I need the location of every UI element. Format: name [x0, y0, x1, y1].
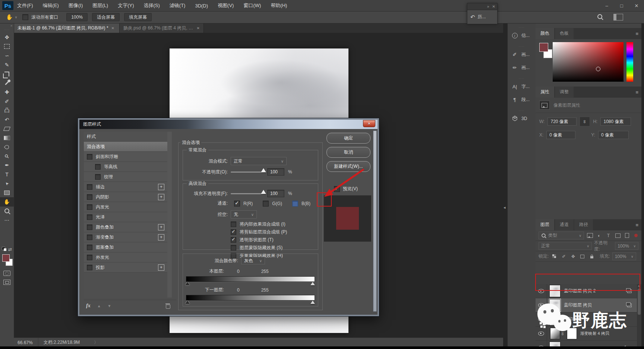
- knockout-dropdown[interactable]: 无 ∨: [231, 210, 257, 218]
- layer-thumbnail[interactable]: [549, 285, 561, 297]
- menu-item[interactable]: 图像(I): [69, 2, 83, 9]
- plus-icon[interactable]: +: [158, 184, 164, 190]
- channel-g-checkbox[interactable]: [263, 201, 269, 207]
- style-row-drop-shadow[interactable]: 投影+: [84, 262, 167, 273]
- option-checkbox[interactable]: [231, 245, 236, 251]
- layer-row[interactable]: 盖印图层 拷贝 2: [536, 284, 637, 298]
- foreground-color-swatch[interactable]: [2, 254, 10, 262]
- style-checkbox[interactable]: [87, 214, 92, 220]
- shape-tool[interactable]: [0, 188, 14, 198]
- menu-item[interactable]: 编辑(E): [43, 2, 59, 9]
- opacity-field[interactable]: 100: [267, 168, 284, 176]
- panel-menu-icon[interactable]: ≡: [635, 31, 638, 37]
- hand-tool[interactable]: ✋: [0, 197, 14, 207]
- panel-menu-icon[interactable]: ≡: [635, 222, 638, 228]
- pen-tool[interactable]: ✒: [0, 161, 14, 170]
- option-blend-interior[interactable]: 将内部效果混合成组 (I): [231, 220, 287, 228]
- menu-item[interactable]: 视图(V): [218, 2, 234, 9]
- style-row-blending-options[interactable]: 混合选项+: [84, 142, 167, 152]
- gradient-stop-left[interactable]: [185, 282, 190, 285]
- style-checkbox[interactable]: [87, 255, 92, 260]
- layer-name[interactable]: 盖印图层 拷贝 2: [564, 288, 596, 294]
- search-icon[interactable]: [597, 14, 602, 20]
- panel-icon-brush-presets[interactable]: ✏画...: [508, 61, 536, 74]
- color-cursor[interactable]: [596, 67, 600, 71]
- dodge-tool[interactable]: ⚲: [0, 152, 14, 161]
- gradient-stop-left[interactable]: [185, 301, 190, 304]
- move-style-up-icon[interactable]: ▲: [97, 304, 101, 308]
- collapse-toolbar-icon[interactable]: »: [10, 24, 12, 28]
- option-blend-clipped[interactable]: 将剪贴图层混合成组 (P): [231, 228, 287, 236]
- next-layer-gradient[interactable]: [186, 295, 315, 301]
- style-row-stroke[interactable]: 描边+: [84, 182, 167, 192]
- gradient-tool[interactable]: [0, 133, 14, 143]
- menu-item[interactable]: 图层(L): [92, 2, 108, 9]
- plus-icon[interactable]: +: [158, 194, 164, 200]
- style-checkbox[interactable]: [87, 224, 92, 230]
- x-field[interactable]: 0 像素: [546, 131, 575, 139]
- eyedropper-tool[interactable]: [0, 79, 14, 88]
- fill-field[interactable]: 100% ∨: [612, 252, 636, 260]
- lock-all-icon[interactable]: [588, 255, 595, 258]
- collapse-panels-icon[interactable]: ◂: [503, 205, 506, 210]
- toolbar-ellipsis[interactable]: ⋯: [0, 216, 14, 225]
- blend-mode-dropdown[interactable]: 正常 ∨: [231, 157, 287, 165]
- lock-transparency-icon[interactable]: [551, 255, 558, 257]
- tab-layers[interactable]: 图层: [536, 219, 554, 230]
- zoom-100-button[interactable]: 100%: [66, 13, 88, 21]
- gradient-stop-right[interactable]: [310, 282, 315, 285]
- panel-icon-brush[interactable]: ✐画...: [508, 48, 536, 61]
- plus-icon[interactable]: +: [158, 234, 164, 240]
- layer-mask-thumbnail[interactable]: [567, 328, 577, 339]
- filter-adjustment-layers-icon[interactable]: ◐: [596, 233, 603, 238]
- crop-tool[interactable]: [0, 69, 14, 79]
- menu-item[interactable]: 选择(S): [143, 2, 160, 9]
- style-row-inner-shadow[interactable]: 内阴影+: [84, 192, 167, 202]
- style-checkbox[interactable]: [87, 245, 92, 250]
- layer-thumbnail[interactable]: [549, 313, 561, 326]
- plus-icon[interactable]: +: [158, 224, 164, 230]
- scroll-all-windows-checkbox[interactable]: [22, 14, 28, 20]
- layer-visibility-toggle[interactable]: [536, 312, 547, 326]
- link-dimensions-icon[interactable]: ∞: [580, 117, 590, 126]
- move-style-down-icon[interactable]: ▼: [108, 304, 111, 308]
- foreground-color-well[interactable]: [539, 43, 548, 52]
- menu-item[interactable]: 帮助(H): [271, 2, 287, 9]
- style-row-styles[interactable]: 样式+: [84, 132, 167, 142]
- delete-style-icon[interactable]: [166, 305, 170, 309]
- healing-brush-tool[interactable]: ✚: [0, 88, 14, 97]
- option-checkbox[interactable]: [231, 237, 236, 243]
- layer-visibility-toggle[interactable]: [536, 327, 547, 340]
- panel-icon-info[interactable]: i信...: [508, 29, 536, 42]
- document-tab-inactive[interactable]: 肠炎.psd @ 66.7% (图层 4 拷贝, RGB/8#) * ✕: [120, 23, 204, 33]
- fill-opacity-field[interactable]: 100: [267, 190, 284, 197]
- style-checkbox[interactable]: [87, 184, 92, 190]
- layer-row[interactable]: ∞ 渐变映射 4 拷贝: [536, 327, 637, 341]
- zoom-tool[interactable]: [0, 207, 14, 216]
- lasso-tool[interactable]: ∽: [0, 51, 14, 60]
- this-layer-gradient[interactable]: [186, 276, 315, 282]
- tab-channels[interactable]: 通道: [555, 219, 574, 230]
- fit-screen-button[interactable]: 适合屏幕: [92, 13, 120, 21]
- layer-name[interactable]: 渐变映射 4 拷贝: [580, 331, 609, 336]
- option-checkbox[interactable]: [231, 221, 236, 227]
- layer-visibility-toggle[interactable]: [536, 298, 547, 312]
- channel-r-checkbox[interactable]: [234, 201, 240, 207]
- tab-close-icon[interactable]: ✕: [111, 26, 114, 30]
- plus-icon[interactable]: +: [158, 264, 164, 271]
- swap-colors-icon[interactable]: ⇄: [8, 247, 12, 252]
- move-tool[interactable]: ✥: [0, 33, 14, 42]
- dialog-close-button[interactable]: ✕: [363, 120, 375, 127]
- layer-visibility-toggle[interactable]: [536, 284, 547, 298]
- close-icon[interactable]: ✕: [492, 4, 495, 9]
- style-checkbox[interactable]: [87, 154, 92, 160]
- style-row-pattern-overlay[interactable]: 图案叠加+: [84, 242, 167, 252]
- style-checkbox[interactable]: [87, 194, 92, 200]
- style-checkbox[interactable]: [87, 204, 92, 210]
- style-row-satin[interactable]: 光泽+: [84, 212, 167, 222]
- tab-swatches[interactable]: 色板: [555, 28, 574, 39]
- filter-type-layers-icon[interactable]: T: [605, 233, 612, 238]
- brush-tool[interactable]: ✐: [0, 97, 14, 106]
- clone-stamp-tool[interactable]: 凸: [0, 106, 14, 115]
- opacity-slider[interactable]: [231, 172, 263, 173]
